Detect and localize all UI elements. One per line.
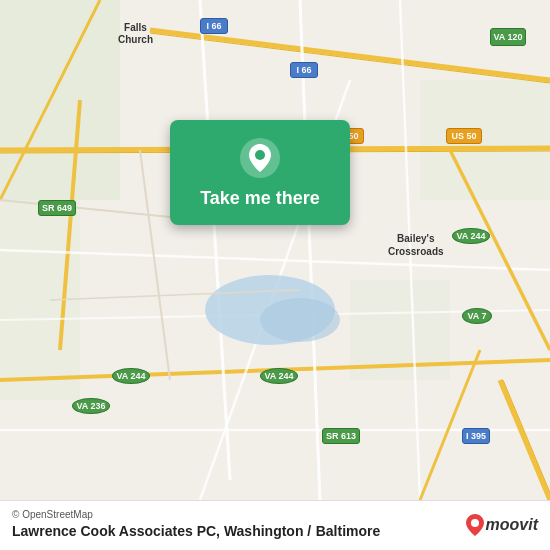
- highway-marker-i66-2: I 66: [290, 62, 318, 78]
- bottom-bar: © OpenStreetMap Lawrence Cook Associates…: [0, 500, 550, 550]
- svg-rect-2: [420, 80, 550, 200]
- map-roads-layer: [0, 0, 550, 550]
- svg-line-24: [140, 150, 170, 380]
- highway-marker-sr613: SR 613: [322, 428, 360, 444]
- highway-marker-va244-3: VA 244: [452, 228, 490, 244]
- copyright-symbol: ©: [12, 509, 19, 520]
- highway-marker-va244-2: VA 244: [260, 368, 298, 384]
- take-me-there-card[interactable]: Take me there: [170, 120, 350, 225]
- place-label-baileys-crossroads: Bailey'sCrossroads: [388, 232, 444, 258]
- location-info: Lawrence Cook Associates PC, Washington …: [12, 522, 538, 540]
- location-subtitle: Baltimore: [316, 523, 381, 539]
- highway-marker-va7: VA 7: [462, 308, 492, 324]
- svg-line-13: [0, 250, 550, 270]
- highway-marker-sr649: SR 649: [38, 200, 76, 216]
- highway-marker-va236: VA 236: [72, 398, 110, 414]
- svg-line-10: [200, 0, 230, 480]
- moovit-logo: moovit: [466, 514, 538, 536]
- take-me-there-label: Take me there: [200, 188, 320, 209]
- osm-link: OpenStreetMap: [22, 509, 93, 520]
- place-label-falls-church: FallsChurch: [118, 22, 153, 46]
- location-pin-icon: [238, 136, 282, 180]
- svg-line-20: [500, 380, 550, 500]
- map-container: I 66 I 66 US 50 US 50 VA 120 SR 649 VA 2…: [0, 0, 550, 550]
- location-title: Lawrence Cook Associates PC, Washington …: [12, 523, 311, 539]
- attribution: © OpenStreetMap: [12, 509, 538, 520]
- highway-marker-i66-1: I 66: [200, 18, 228, 34]
- svg-point-23: [260, 298, 340, 342]
- svg-rect-0: [0, 0, 120, 200]
- svg-point-29: [471, 519, 479, 527]
- moovit-text: moovit: [486, 516, 538, 534]
- highway-marker-i395: I 395: [462, 428, 490, 444]
- moovit-pin-icon: [466, 514, 484, 536]
- highway-marker-va120: VA 120: [490, 28, 526, 46]
- highway-marker-us50-2: US 50: [446, 128, 482, 144]
- svg-point-28: [255, 150, 265, 160]
- highway-marker-va244-1: VA 244: [112, 368, 150, 384]
